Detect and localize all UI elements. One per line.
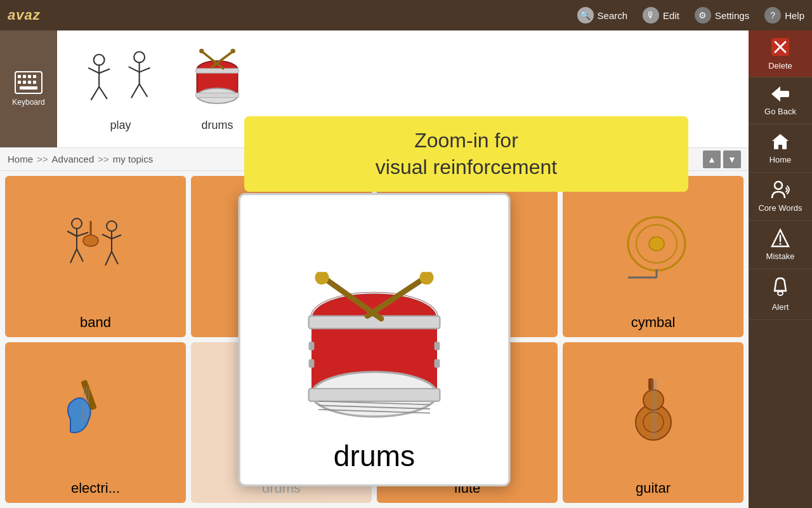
svg-rect-99 xyxy=(779,91,789,97)
alert-button[interactable]: Alert xyxy=(749,269,812,320)
top-bar: avaz 🔍 Search 🎙 Edit ⚙ Settings ? Help xyxy=(0,0,812,30)
svg-line-33 xyxy=(67,231,77,236)
scroll-up-button[interactable]: ▲ xyxy=(703,150,721,168)
svg-line-44 xyxy=(112,251,118,264)
svg-rect-5 xyxy=(18,81,21,84)
svg-point-88 xyxy=(315,272,329,284)
electric-guitar-label: electri... xyxy=(71,480,120,497)
main-layout: Keyboard xyxy=(0,30,812,508)
svg-line-12 xyxy=(88,67,99,72)
go-back-button[interactable]: Go Back xyxy=(749,77,812,124)
go-back-label: Go Back xyxy=(764,107,796,116)
phrase-bar: play xyxy=(57,30,749,148)
breadcrumb-sep1: >> xyxy=(37,154,48,164)
svg-marker-98 xyxy=(771,86,780,102)
svg-line-13 xyxy=(99,69,110,73)
svg-point-90 xyxy=(420,272,434,284)
svg-rect-8 xyxy=(33,81,36,84)
home-button[interactable]: Home xyxy=(749,124,812,173)
delete-label: Delete xyxy=(768,61,792,70)
alert-label: Alert xyxy=(772,302,789,312)
svg-line-20 xyxy=(131,84,140,98)
phrase-play: play xyxy=(70,46,171,132)
svg-marker-100 xyxy=(772,134,789,149)
mistake-button[interactable]: Mistake xyxy=(749,221,812,269)
phrase-play-label: play xyxy=(110,119,131,132)
keyboard-label: Keyboard xyxy=(12,98,44,107)
breadcrumb-advanced[interactable]: Advanced xyxy=(52,154,95,164)
svg-point-28 xyxy=(199,48,204,53)
svg-rect-94 xyxy=(435,359,440,367)
phrase-drums: drums xyxy=(190,46,244,132)
phrase-drums-label: drums xyxy=(201,119,233,132)
home-label: Home xyxy=(769,155,792,164)
drums-zoom-overlay[interactable]: drums xyxy=(239,193,511,486)
delete-icon xyxy=(770,37,790,57)
svg-rect-2 xyxy=(23,75,26,78)
mistake-icon xyxy=(771,229,790,248)
grid-cell-cymbal[interactable]: cymbal xyxy=(563,176,743,337)
guitar-label: guitar xyxy=(636,480,671,497)
svg-point-30 xyxy=(231,48,235,53)
grid-cell-electric-guitar[interactable]: electri... xyxy=(5,342,186,504)
svg-point-37 xyxy=(83,235,98,246)
guitar-image xyxy=(563,342,743,478)
breadcrumb-my-topics[interactable]: my topics xyxy=(113,154,153,164)
edit-button[interactable]: 🎙 Edit xyxy=(643,7,679,23)
svg-line-18 xyxy=(129,67,140,72)
home-icon xyxy=(771,132,790,151)
svg-rect-83 xyxy=(309,389,440,401)
keyboard-icon xyxy=(15,71,43,94)
svg-line-36 xyxy=(77,249,83,262)
mistake-label: Mistake xyxy=(766,251,795,261)
svg-line-41 xyxy=(102,234,112,239)
help-button[interactable]: ? Help xyxy=(764,7,804,23)
svg-rect-92 xyxy=(435,342,440,350)
drums-zoom-label: drums xyxy=(334,439,415,473)
app-title: avaz xyxy=(8,7,41,23)
svg-rect-93 xyxy=(309,359,315,367)
svg-point-106 xyxy=(778,291,783,295)
keyboard-button[interactable]: Keyboard xyxy=(0,30,57,147)
svg-rect-91 xyxy=(309,342,315,350)
grid-cell-band[interactable]: band xyxy=(5,176,186,337)
grid-cell-guitar[interactable]: guitar xyxy=(563,342,743,504)
cymbal-image xyxy=(563,176,743,312)
help-icon: ? xyxy=(764,7,781,23)
svg-point-104 xyxy=(780,243,782,245)
electric-guitar-image xyxy=(5,342,186,478)
core-words-icon xyxy=(769,180,791,199)
svg-rect-81 xyxy=(309,316,440,328)
search-button[interactable]: 🔍 Search xyxy=(577,7,628,23)
band-image xyxy=(5,176,186,312)
core-words-label: Core Words xyxy=(758,203,802,213)
svg-line-14 xyxy=(91,86,99,100)
svg-line-43 xyxy=(105,251,112,265)
breadcrumb-sep2: >> xyxy=(98,154,109,164)
left-panel: Keyboard xyxy=(0,30,749,508)
drum-figure-svg xyxy=(190,46,244,116)
svg-rect-4 xyxy=(33,75,36,78)
svg-rect-74 xyxy=(648,378,653,390)
svg-point-10 xyxy=(94,54,105,65)
svg-rect-3 xyxy=(28,75,31,78)
breadcrumb-home[interactable]: Home xyxy=(8,154,33,164)
go-back-icon xyxy=(770,85,790,103)
svg-rect-6 xyxy=(23,81,26,84)
drums-zoom-image xyxy=(298,272,451,439)
search-icon: 🔍 xyxy=(577,7,594,23)
core-words-button[interactable]: Core Words xyxy=(749,173,812,221)
scroll-down-button[interactable]: ▼ xyxy=(723,150,741,168)
delete-button[interactable]: Delete xyxy=(749,30,812,77)
edit-icon: 🎙 xyxy=(643,7,659,23)
settings-button[interactable]: ⚙ Settings xyxy=(695,7,749,23)
svg-point-101 xyxy=(775,182,782,189)
svg-line-15 xyxy=(99,86,107,98)
svg-rect-7 xyxy=(28,81,31,84)
cymbal-label: cymbal xyxy=(631,314,676,331)
svg-line-35 xyxy=(70,249,77,263)
svg-line-19 xyxy=(140,67,150,72)
svg-rect-1 xyxy=(18,75,21,78)
zoom-tooltip: Zoom-in for visual reinforcement xyxy=(244,116,688,192)
svg-rect-9 xyxy=(20,86,37,90)
